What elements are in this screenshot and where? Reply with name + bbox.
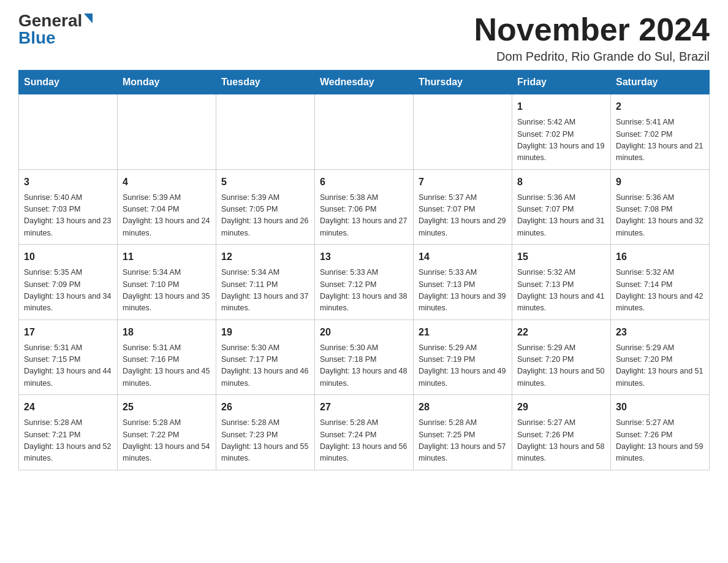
calendar-cell: 20Sunrise: 5:30 AM Sunset: 7:18 PM Dayli… (315, 320, 414, 395)
day-number: 2 (616, 99, 704, 114)
calendar-cell (216, 94, 315, 170)
calendar-cell: 15Sunrise: 5:32 AM Sunset: 7:13 PM Dayli… (512, 245, 611, 320)
day-number: 28 (419, 400, 507, 415)
day-info: Sunrise: 5:34 AM Sunset: 7:11 PM Dayligh… (221, 267, 309, 315)
title-area: November 2024 Dom Pedrito, Rio Grande do… (474, 12, 710, 64)
day-number: 17 (24, 325, 112, 340)
day-number: 1 (517, 99, 605, 114)
calendar-cell: 6Sunrise: 5:38 AM Sunset: 7:06 PM Daylig… (315, 169, 414, 245)
page-title: November 2024 (474, 12, 710, 47)
day-number: 13 (320, 250, 408, 264)
weekday-header-thursday: Thursday (414, 71, 512, 94)
calendar-cell: 12Sunrise: 5:34 AM Sunset: 7:11 PM Dayli… (216, 245, 315, 320)
day-info: Sunrise: 5:41 AM Sunset: 7:02 PM Dayligh… (616, 117, 704, 164)
day-number: 20 (320, 325, 408, 340)
calendar-cell: 30Sunrise: 5:27 AM Sunset: 7:26 PM Dayli… (611, 395, 710, 470)
day-info: Sunrise: 5:34 AM Sunset: 7:10 PM Dayligh… (123, 267, 211, 315)
calendar-week-row: 17Sunrise: 5:31 AM Sunset: 7:15 PM Dayli… (19, 320, 710, 395)
calendar-cell: 25Sunrise: 5:28 AM Sunset: 7:22 PM Dayli… (118, 395, 216, 470)
day-number: 23 (616, 325, 704, 340)
weekday-header-monday: Monday (118, 71, 216, 94)
calendar-cell (414, 94, 512, 170)
day-number: 24 (24, 400, 112, 415)
day-info: Sunrise: 5:29 AM Sunset: 7:19 PM Dayligh… (419, 342, 507, 390)
day-number: 29 (517, 400, 605, 415)
day-info: Sunrise: 5:27 AM Sunset: 7:26 PM Dayligh… (616, 417, 704, 465)
day-info: Sunrise: 5:30 AM Sunset: 7:17 PM Dayligh… (221, 342, 309, 390)
day-info: Sunrise: 5:28 AM Sunset: 7:25 PM Dayligh… (419, 417, 507, 465)
calendar-cell: 27Sunrise: 5:28 AM Sunset: 7:24 PM Dayli… (315, 395, 414, 470)
day-info: Sunrise: 5:40 AM Sunset: 7:03 PM Dayligh… (24, 192, 112, 240)
day-info: Sunrise: 5:37 AM Sunset: 7:07 PM Dayligh… (419, 192, 507, 240)
calendar-table: SundayMondayTuesdayWednesdayThursdayFrid… (18, 70, 710, 470)
day-info: Sunrise: 5:28 AM Sunset: 7:22 PM Dayligh… (123, 417, 211, 465)
day-number: 3 (24, 175, 112, 190)
day-number: 12 (221, 250, 309, 264)
day-info: Sunrise: 5:27 AM Sunset: 7:26 PM Dayligh… (517, 417, 605, 465)
day-number: 9 (616, 175, 704, 190)
day-info: Sunrise: 5:36 AM Sunset: 7:07 PM Dayligh… (517, 192, 605, 240)
calendar-cell: 8Sunrise: 5:36 AM Sunset: 7:07 PM Daylig… (512, 169, 611, 245)
day-info: Sunrise: 5:36 AM Sunset: 7:08 PM Dayligh… (616, 192, 704, 240)
calendar-cell: 21Sunrise: 5:29 AM Sunset: 7:19 PM Dayli… (414, 320, 512, 395)
day-number: 15 (517, 250, 605, 264)
calendar-cell: 2Sunrise: 5:41 AM Sunset: 7:02 PM Daylig… (611, 94, 710, 170)
day-info: Sunrise: 5:31 AM Sunset: 7:16 PM Dayligh… (123, 342, 211, 390)
header-area: General Blue November 2024 Dom Pedrito, … (18, 12, 710, 64)
day-number: 19 (221, 325, 309, 340)
calendar-week-row: 10Sunrise: 5:35 AM Sunset: 7:09 PM Dayli… (19, 245, 710, 320)
logo-general-text: General (18, 12, 82, 29)
calendar-cell: 29Sunrise: 5:27 AM Sunset: 7:26 PM Dayli… (512, 395, 611, 470)
day-info: Sunrise: 5:38 AM Sunset: 7:06 PM Dayligh… (320, 192, 408, 240)
day-info: Sunrise: 5:28 AM Sunset: 7:24 PM Dayligh… (320, 417, 408, 465)
calendar-cell: 10Sunrise: 5:35 AM Sunset: 7:09 PM Dayli… (19, 245, 118, 320)
day-number: 26 (221, 400, 309, 415)
day-info: Sunrise: 5:39 AM Sunset: 7:05 PM Dayligh… (221, 192, 309, 240)
day-number: 14 (419, 250, 507, 264)
day-number: 22 (517, 325, 605, 340)
day-number: 7 (419, 175, 507, 190)
calendar-cell: 9Sunrise: 5:36 AM Sunset: 7:08 PM Daylig… (611, 169, 710, 245)
day-info: Sunrise: 5:32 AM Sunset: 7:13 PM Dayligh… (517, 267, 605, 315)
day-number: 8 (517, 175, 605, 190)
weekday-header-tuesday: Tuesday (216, 71, 315, 94)
day-number: 11 (123, 250, 211, 264)
day-info: Sunrise: 5:39 AM Sunset: 7:04 PM Dayligh… (123, 192, 211, 240)
day-info: Sunrise: 5:31 AM Sunset: 7:15 PM Dayligh… (24, 342, 112, 390)
calendar-cell: 3Sunrise: 5:40 AM Sunset: 7:03 PM Daylig… (19, 169, 118, 245)
day-number: 30 (616, 400, 704, 415)
day-number: 18 (123, 325, 211, 340)
day-number: 5 (221, 175, 309, 190)
day-info: Sunrise: 5:33 AM Sunset: 7:12 PM Dayligh… (320, 267, 408, 315)
calendar-cell: 11Sunrise: 5:34 AM Sunset: 7:10 PM Dayli… (118, 245, 216, 320)
day-info: Sunrise: 5:28 AM Sunset: 7:21 PM Dayligh… (24, 417, 112, 465)
calendar-cell: 24Sunrise: 5:28 AM Sunset: 7:21 PM Dayli… (19, 395, 118, 470)
calendar-cell (118, 94, 216, 170)
logo-triangle-icon (84, 13, 93, 26)
day-info: Sunrise: 5:32 AM Sunset: 7:14 PM Dayligh… (616, 267, 704, 315)
weekday-header-friday: Friday (512, 71, 611, 94)
weekday-header-wednesday: Wednesday (315, 71, 414, 94)
calendar-cell (19, 94, 118, 170)
weekday-header-sunday: Sunday (19, 71, 118, 94)
calendar-cell: 18Sunrise: 5:31 AM Sunset: 7:16 PM Dayli… (118, 320, 216, 395)
calendar-cell (315, 94, 414, 170)
weekday-header-row: SundayMondayTuesdayWednesdayThursdayFrid… (19, 71, 710, 94)
day-info: Sunrise: 5:29 AM Sunset: 7:20 PM Dayligh… (616, 342, 704, 390)
calendar-cell: 22Sunrise: 5:29 AM Sunset: 7:20 PM Dayli… (512, 320, 611, 395)
calendar-week-row: 1Sunrise: 5:42 AM Sunset: 7:02 PM Daylig… (19, 94, 710, 170)
calendar-cell: 23Sunrise: 5:29 AM Sunset: 7:20 PM Dayli… (611, 320, 710, 395)
calendar-week-row: 3Sunrise: 5:40 AM Sunset: 7:03 PM Daylig… (19, 169, 710, 245)
calendar-cell: 13Sunrise: 5:33 AM Sunset: 7:12 PM Dayli… (315, 245, 414, 320)
day-number: 4 (123, 175, 211, 190)
day-info: Sunrise: 5:33 AM Sunset: 7:13 PM Dayligh… (419, 267, 507, 315)
day-number: 21 (419, 325, 507, 340)
day-info: Sunrise: 5:28 AM Sunset: 7:23 PM Dayligh… (221, 417, 309, 465)
day-number: 25 (123, 400, 211, 415)
calendar-cell: 16Sunrise: 5:32 AM Sunset: 7:14 PM Dayli… (611, 245, 710, 320)
logo-blue-text: Blue (18, 29, 56, 47)
day-info: Sunrise: 5:42 AM Sunset: 7:02 PM Dayligh… (517, 117, 605, 164)
calendar-cell: 17Sunrise: 5:31 AM Sunset: 7:15 PM Dayli… (19, 320, 118, 395)
calendar-cell: 5Sunrise: 5:39 AM Sunset: 7:05 PM Daylig… (216, 169, 315, 245)
calendar-cell: 1Sunrise: 5:42 AM Sunset: 7:02 PM Daylig… (512, 94, 611, 170)
